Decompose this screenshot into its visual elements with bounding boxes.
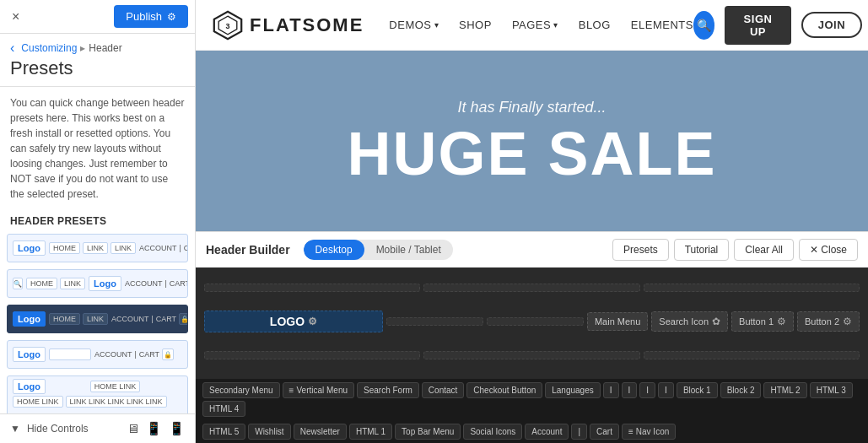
element-label: HTML 5 — [209, 427, 239, 436]
nav-link-pages[interactable]: PAGES ▾ — [512, 19, 558, 31]
builder-row-top — [204, 273, 860, 303]
settings-icon: ✿ — [712, 316, 720, 327]
signup-button[interactable]: SIGN UP — [725, 6, 790, 45]
builder-cell-empty[interactable] — [386, 317, 483, 326]
toggle-icon[interactable]: ▼ — [10, 423, 20, 435]
nav-link-blog[interactable]: BLOG — [579, 19, 611, 31]
builder-cell-empty[interactable] — [644, 351, 860, 359]
breadcrumb-customizing[interactable]: Customizing — [21, 42, 77, 54]
element-separator-4[interactable]: I — [658, 382, 674, 398]
desktop-icon[interactable]: 🖥 — [127, 421, 139, 436]
element-label: Block 2 — [727, 386, 755, 395]
element-top-bar-menu[interactable]: Top Bar Menu — [395, 424, 461, 440]
logo-cell[interactable]: LOGO ⚙ — [204, 311, 383, 332]
element-label: Contact — [429, 386, 457, 395]
element-label: HTML 1 — [356, 427, 385, 436]
gear-icon[interactable]: ⚙ — [308, 316, 317, 327]
builder-cell-empty[interactable] — [423, 284, 639, 292]
builder-cell-empty[interactable] — [644, 284, 860, 292]
search-icon: 🔍 — [697, 19, 711, 32]
preset-layout-3: Logo HOME LINK ACCOUNT | CART 🔒 — [8, 305, 187, 332]
element-contact[interactable]: Contact — [422, 382, 464, 398]
element-search-form[interactable]: Search Form — [357, 382, 419, 398]
preset-item[interactable]: Logo ACCOUNT | CART 🔒 — [7, 340, 188, 369]
element-languages[interactable]: Languages — [545, 382, 601, 398]
close-button[interactable]: × — [7, 8, 24, 26]
back-arrow-icon[interactable]: ‹ — [10, 41, 14, 56]
preset-layout-1: Logo HOME LINK LINK ACCOUNT | CART 🔒 — [8, 235, 187, 262]
panel-description: You can quick change between header pres… — [0, 87, 195, 210]
preset-nav: HOME LINK LINK — [49, 242, 136, 254]
join-button[interactable]: JOIN — [801, 12, 862, 38]
desktop-tab[interactable]: Desktop — [304, 240, 364, 260]
element-separator-3[interactable]: I — [639, 382, 655, 398]
gear-icon: ⚙ — [167, 11, 176, 23]
element-html4[interactable]: HTML 4 — [202, 401, 245, 417]
site-logo[interactable]: 3 FLATSOME — [213, 10, 364, 41]
element-html1[interactable]: HTML 1 — [349, 424, 392, 440]
element-newsletter[interactable]: Newsletter — [294, 424, 347, 440]
panel-title: Presets — [0, 56, 195, 86]
tutorial-button[interactable]: Tutorial — [674, 239, 730, 261]
element-account[interactable]: Account — [525, 424, 569, 440]
element-block1[interactable]: Block 1 — [677, 382, 718, 398]
nav-link-elements[interactable]: ELEMENTS — [631, 19, 693, 31]
element-secondary-menu[interactable]: Secondary Menu — [202, 382, 280, 398]
element-vertical-menu[interactable]: ≡ Vertical Menu — [283, 382, 354, 398]
element-social-icons[interactable]: Social Icons — [463, 424, 522, 440]
nav-link-demos[interactable]: DEMOS ▾ — [389, 19, 439, 31]
preset-nav: HOME LINK — [48, 381, 182, 392]
presets-button[interactable]: Presets — [612, 239, 669, 261]
button1-label: Button 1 — [739, 316, 774, 327]
tablet-icon[interactable]: 📱 — [146, 421, 162, 436]
logo-text: FLATSOME — [250, 14, 364, 36]
mobile-tab[interactable]: Mobile / Tablet — [364, 240, 453, 260]
gear-icon[interactable]: ⚙ — [777, 316, 786, 327]
button1-cell[interactable]: Button 1 ⚙ — [731, 311, 794, 332]
builder-cell-empty[interactable] — [204, 351, 420, 359]
element-separator-2[interactable]: I — [622, 382, 638, 398]
element-html3[interactable]: HTML 3 — [810, 382, 853, 398]
main-menu-cell[interactable]: Main Menu — [587, 312, 648, 331]
element-nav-icon[interactable]: ≡ Nav Icon — [622, 424, 676, 440]
search-button[interactable]: 🔍 — [693, 11, 714, 40]
device-icons: 🖥 📱 📱 — [127, 421, 185, 436]
element-block2[interactable]: Block 2 — [720, 382, 762, 398]
gear-icon[interactable]: ⚙ — [843, 316, 852, 327]
element-label: HTML 4 — [209, 404, 239, 413]
builder-cell-empty[interactable] — [423, 351, 639, 359]
preset-logo: Logo — [89, 276, 121, 291]
left-panel: × Publish ⚙ ‹ Customizing ▸ Header Prese… — [0, 0, 196, 443]
breadcrumb: ‹ Customizing ▸ Header — [0, 34, 195, 56]
element-pipe[interactable]: | — [571, 424, 587, 440]
preset-item[interactable]: Logo HOME LINK ACCOUNT | CART 🔒 — [7, 305, 188, 333]
search-icon-cell[interactable]: Search Icon ✿ — [651, 311, 728, 332]
element-html5[interactable]: HTML 5 — [202, 424, 245, 440]
element-label: Languages — [552, 386, 594, 395]
nav-link-shop[interactable]: SHOP — [459, 19, 492, 31]
preset-logo: Logo — [13, 240, 46, 256]
presets-list: Logo HOME LINK LINK ACCOUNT | CART 🔒 🔍 — [0, 234, 195, 413]
clear-all-button[interactable]: Clear All — [734, 239, 794, 261]
preset-layout-4: Logo ACCOUNT | CART 🔒 — [8, 341, 187, 368]
elements-bar-row2: HTML 5 Wishlist Newsletter HTML 1 Top Ba… — [196, 420, 868, 443]
element-checkout-button[interactable]: Checkout Button — [466, 382, 542, 398]
builder-cell-empty[interactable] — [204, 284, 420, 292]
element-separator-1[interactable]: I — [603, 382, 619, 398]
cart-icon: 🔒 — [162, 348, 174, 360]
element-html2[interactable]: HTML 2 — [763, 382, 806, 398]
element-wishlist[interactable]: Wishlist — [248, 424, 290, 440]
preset-right: ACCOUNT | CART 🔒 — [94, 348, 174, 360]
element-cart[interactable]: Cart — [590, 424, 619, 440]
preset-nav: HOME LINK — [26, 278, 85, 289]
close-builder-button[interactable]: ✕ Close — [799, 239, 858, 261]
preset-item[interactable]: Logo HOME LINK LINK ACCOUNT | CART 🔒 — [7, 234, 188, 262]
button2-cell[interactable]: Button 2 ⚙ — [797, 311, 860, 332]
preset-item[interactable]: 🔍 HOME LINK Logo ACCOUNT | CART 🔒 — [7, 269, 188, 298]
mobile-icon[interactable]: 📱 — [169, 421, 185, 436]
preset-item[interactable]: Logo HOME LINK HOME LINK LINK LINK LINK … — [7, 375, 188, 413]
builder-row-bottom — [204, 340, 860, 370]
builder-cell-empty[interactable] — [487, 317, 584, 326]
publish-button[interactable]: Publish ⚙ — [114, 5, 188, 28]
cart-icon: 🔒 — [179, 313, 188, 325]
